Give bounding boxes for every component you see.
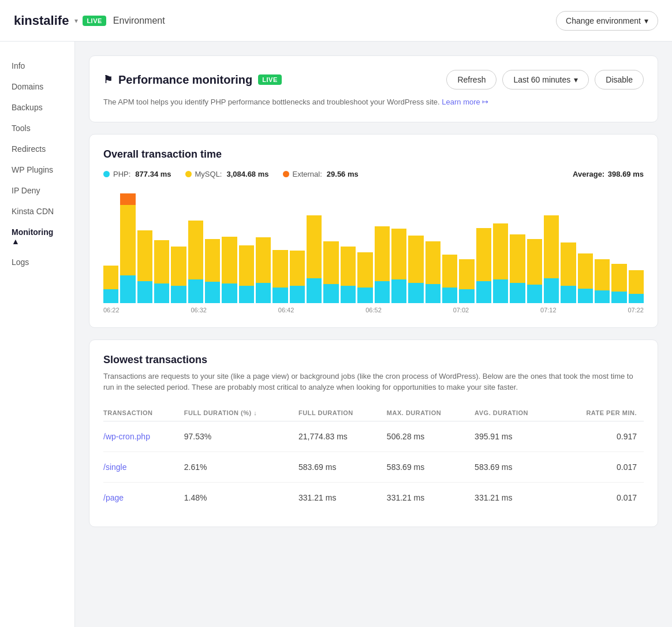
bar-cyan bbox=[425, 284, 440, 303]
performance-monitoring-card: ⚑ Performance monitoring LIVE Refresh La… bbox=[89, 55, 658, 122]
transactions-tbody: /wp-cron.php 97.53% 21,774.83 ms 506.28 … bbox=[103, 421, 644, 513]
x-axis: 06:22 06:32 06:42 06:52 07:02 07:12 07:2… bbox=[103, 307, 644, 314]
perf-description: The APM tool helps you identify PHP perf… bbox=[103, 96, 644, 108]
bar-cyan bbox=[103, 289, 118, 303]
bar-yellow bbox=[307, 215, 322, 278]
cell-max-dur: 506.28 ms bbox=[387, 421, 475, 451]
sidebar-item-backups[interactable]: Backups bbox=[0, 97, 74, 118]
bar-cyan bbox=[544, 278, 559, 303]
bar-yellow bbox=[629, 270, 644, 294]
sidebar-item-kinsta-cdn[interactable]: Kinsta CDN bbox=[0, 201, 74, 222]
perf-title: ⚑ Performance monitoring LIVE bbox=[103, 73, 282, 87]
cell-full-dur: 21,774.83 ms bbox=[298, 421, 387, 451]
external-value: 29.56 ms bbox=[327, 170, 359, 178]
table-row: /single 2.61% 583.69 ms 583.69 ms 583.69… bbox=[103, 451, 644, 482]
bar-yellow bbox=[611, 264, 626, 292]
bar-group bbox=[256, 188, 271, 303]
chart-title: Overall transaction time bbox=[103, 148, 644, 161]
sidebar-item-info[interactable]: Info bbox=[0, 55, 74, 76]
bar-yellow bbox=[408, 236, 423, 283]
bar-yellow bbox=[544, 215, 559, 278]
bar-group bbox=[103, 188, 118, 303]
external-dot bbox=[283, 171, 289, 177]
sidebar-item-monitoring[interactable]: Monitoring ▲ bbox=[0, 222, 74, 252]
time-range-label: Last 60 minutes bbox=[513, 75, 570, 84]
bar-yellow bbox=[222, 237, 237, 283]
bar-group bbox=[425, 188, 440, 303]
cell-full-pct: 2.61% bbox=[184, 451, 298, 482]
disable-button[interactable]: Disable bbox=[595, 70, 644, 89]
sidebar: Info Domains Backups Tools Redirects WP … bbox=[0, 42, 75, 627]
perf-header: ⚑ Performance monitoring LIVE Refresh La… bbox=[103, 70, 644, 89]
sidebar-item-tools[interactable]: Tools bbox=[0, 118, 74, 139]
cell-transaction[interactable]: /page bbox=[103, 482, 184, 513]
bar-group bbox=[323, 188, 338, 303]
bar-yellow bbox=[205, 239, 220, 282]
php-value: 877.34 ms bbox=[135, 170, 171, 178]
bar-yellow bbox=[103, 266, 118, 289]
slowest-title: Slowest transactions bbox=[103, 354, 644, 366]
bar-group bbox=[544, 188, 559, 303]
bar-group bbox=[578, 188, 593, 303]
mysql-label: MySQL: bbox=[195, 170, 222, 178]
php-dot bbox=[103, 171, 110, 177]
chart-legend: PHP: 877.34 ms MySQL: 3,084.68 ms Extern… bbox=[103, 170, 644, 178]
bar-group bbox=[629, 188, 644, 303]
logo: kinstalife bbox=[14, 13, 69, 28]
bar-cyan bbox=[578, 289, 593, 303]
main-content: ⚑ Performance monitoring LIVE Refresh La… bbox=[75, 42, 672, 627]
bar-chart bbox=[103, 188, 644, 303]
bar-yellow bbox=[493, 223, 508, 279]
bar-yellow bbox=[595, 259, 610, 290]
cell-transaction[interactable]: /single bbox=[103, 451, 184, 482]
main-layout: Info Domains Backups Tools Redirects WP … bbox=[0, 42, 672, 627]
bar-group bbox=[341, 188, 356, 303]
bar-yellow bbox=[290, 251, 305, 286]
bar-group bbox=[137, 188, 152, 303]
sidebar-item-domains[interactable]: Domains bbox=[0, 76, 74, 97]
external-label: External: bbox=[293, 170, 322, 178]
bar-cyan bbox=[307, 278, 322, 303]
bar-group bbox=[408, 188, 423, 303]
bar-group bbox=[357, 188, 372, 303]
bar-cyan bbox=[323, 284, 338, 303]
bar-group bbox=[307, 188, 322, 303]
col-avg-dur: AVG. DURATION bbox=[475, 405, 561, 421]
env-label: Environment bbox=[113, 16, 165, 26]
bar-group bbox=[510, 188, 525, 303]
bar-group bbox=[527, 188, 542, 303]
bar-cyan bbox=[205, 282, 220, 303]
refresh-button[interactable]: Refresh bbox=[446, 70, 496, 89]
bar-group bbox=[272, 188, 288, 303]
change-environment-button[interactable]: Change environment ▾ bbox=[556, 11, 658, 31]
chevron-down-icon: ▾ bbox=[644, 16, 648, 25]
bar-cyan bbox=[442, 288, 457, 303]
bar-cyan bbox=[408, 283, 423, 303]
bar-group bbox=[222, 188, 237, 303]
bar-cyan bbox=[239, 286, 254, 303]
cell-full-pct: 1.48% bbox=[184, 482, 298, 513]
cell-full-pct: 97.53% bbox=[184, 421, 298, 451]
bar-group bbox=[493, 188, 508, 303]
bar-group bbox=[154, 188, 169, 303]
cell-transaction[interactable]: /wp-cron.php bbox=[103, 421, 184, 451]
sidebar-item-logs[interactable]: Logs bbox=[0, 252, 74, 273]
col-transaction: TRANSACTION bbox=[103, 405, 184, 421]
legend-average: Average: 398.69 ms bbox=[573, 170, 644, 178]
bar-yellow bbox=[120, 205, 135, 275]
bar-group bbox=[595, 188, 610, 303]
learn-more-link[interactable]: Learn more ↦ bbox=[442, 98, 488, 106]
bar-yellow bbox=[442, 255, 457, 288]
bar-yellow bbox=[375, 226, 390, 281]
monitoring-icon: ⚑ bbox=[103, 73, 113, 86]
bar-yellow bbox=[341, 247, 356, 286]
sidebar-item-ip-deny[interactable]: IP Deny bbox=[0, 180, 74, 201]
bar-yellow bbox=[357, 252, 372, 288]
bar-cyan bbox=[375, 281, 390, 303]
header-left: kinstalife ▾ LIVE Environment bbox=[14, 13, 165, 28]
cell-rate: 0.917 bbox=[561, 421, 644, 451]
sidebar-item-wp-plugins[interactable]: WP Plugins bbox=[0, 159, 74, 180]
bar-cyan bbox=[493, 279, 508, 303]
time-range-button[interactable]: Last 60 minutes ▾ bbox=[502, 70, 589, 89]
sidebar-item-redirects[interactable]: Redirects bbox=[0, 139, 74, 159]
